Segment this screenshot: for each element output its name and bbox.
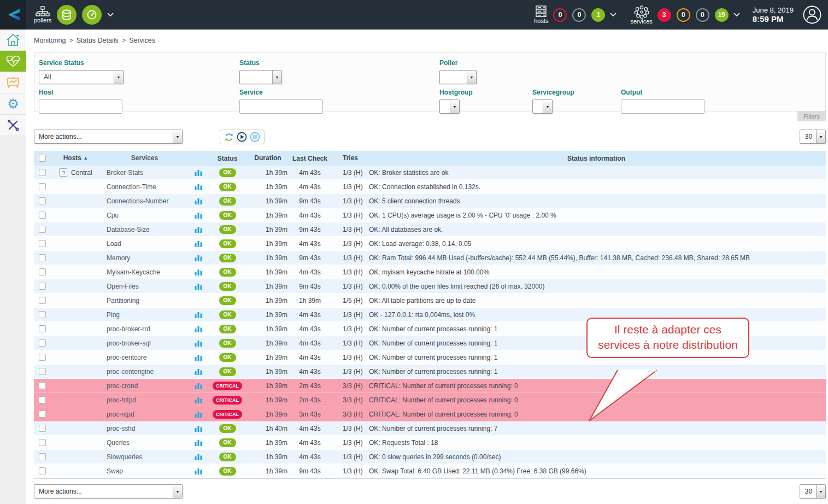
status-counter-badge[interactable]: 0 <box>696 8 709 22</box>
row-checkbox[interactable] <box>39 197 46 204</box>
status-badge[interactable]: CRITICAL <box>213 396 242 405</box>
row-checkbox[interactable] <box>39 467 46 474</box>
filters-tab-button[interactable]: Filters <box>797 111 826 121</box>
service-name-link[interactable]: Cpu <box>101 212 189 219</box>
row-checkbox[interactable] <box>39 354 46 361</box>
service-name-link[interactable]: proc-httpd <box>101 396 189 404</box>
performance-graph-icon[interactable] <box>195 453 202 460</box>
servicegroup-select[interactable]: ▼ <box>532 99 553 114</box>
status-counter-badge[interactable]: 1 <box>591 8 605 22</box>
host-name-link[interactable]: Central <box>71 169 92 177</box>
more-actions-select-bottom[interactable]: More actions...▼ <box>34 484 183 499</box>
user-avatar[interactable] <box>802 4 823 25</box>
poller-select[interactable]: ▼ <box>439 70 477 84</box>
status-badge[interactable]: OK <box>219 325 236 333</box>
performance-graph-icon[interactable] <box>195 268 202 276</box>
row-checkbox[interactable] <box>39 368 46 375</box>
host-status-icon[interactable] <box>59 168 67 177</box>
row-checkbox[interactable] <box>39 268 46 276</box>
row-checkbox[interactable] <box>39 453 46 460</box>
performance-graph-icon[interactable] <box>195 396 202 403</box>
play-icon[interactable] <box>237 132 247 142</box>
pollers-menu[interactable]: pollers <box>34 6 51 24</box>
gauge-status-button[interactable] <box>82 5 102 25</box>
row-checkbox[interactable] <box>39 212 46 219</box>
breadcrumb-monitoring[interactable]: Monitoring <box>34 37 66 44</box>
service-name-link[interactable]: Broker-Stats <box>101 169 189 177</box>
service-name-link[interactable]: Partitioning <box>101 297 189 304</box>
performance-graph-icon[interactable] <box>195 212 202 219</box>
status-badge[interactable]: OK <box>219 438 236 447</box>
service-input[interactable] <box>239 99 323 114</box>
pause-icon[interactable] <box>250 132 260 142</box>
status-badge[interactable]: OK <box>219 453 236 461</box>
status-badge[interactable]: OK <box>219 467 236 476</box>
database-status-button[interactable] <box>57 5 77 25</box>
performance-graph-icon[interactable] <box>195 169 202 176</box>
status-badge[interactable]: OK <box>219 296 236 305</box>
header-hosts[interactable]: Hosts∧ <box>50 151 101 166</box>
status-badge[interactable]: OK <box>219 239 236 248</box>
header-last-check[interactable]: Last Check <box>289 155 331 162</box>
row-checkbox[interactable] <box>39 382 46 389</box>
row-checkbox[interactable] <box>39 297 46 304</box>
status-badge[interactable]: CRITICAL <box>213 382 242 390</box>
row-checkbox[interactable] <box>39 183 46 190</box>
row-checkbox[interactable] <box>39 240 46 247</box>
service-name-link[interactable]: Database-Size <box>101 226 189 233</box>
service-name-link[interactable]: Swap <box>101 467 189 475</box>
centreon-logo[interactable] <box>0 0 26 30</box>
hosts-chevron-down-icon[interactable] <box>610 13 616 17</box>
status-badge[interactable]: OK <box>219 211 236 220</box>
sidebar-item-home[interactable] <box>0 30 26 51</box>
more-actions-select[interactable]: More actions...▼ <box>34 130 183 144</box>
performance-graph-icon[interactable] <box>195 411 202 418</box>
row-checkbox[interactable] <box>39 439 46 446</box>
status-counter-badge[interactable]: 0 <box>572 8 586 22</box>
services-menu[interactable]: services <box>630 5 652 25</box>
status-badge[interactable]: OK <box>219 353 236 362</box>
sidebar-item-reporting[interactable] <box>0 72 26 93</box>
performance-graph-icon[interactable] <box>195 382 202 389</box>
performance-graph-icon[interactable] <box>195 183 202 190</box>
performance-graph-icon[interactable] <box>195 354 202 361</box>
service-name-link[interactable]: Open-Files <box>101 283 189 290</box>
header-duration[interactable]: Duration <box>246 151 289 166</box>
status-badge[interactable]: OK <box>219 225 236 234</box>
sidebar-item-configuration[interactable]: ⚙ <box>0 93 26 115</box>
breadcrumb-status-details[interactable]: Status Details <box>77 37 119 44</box>
service-name-link[interactable]: proc-broker-rrd <box>101 325 189 333</box>
status-badge[interactable]: OK <box>219 424 236 433</box>
row-checkbox[interactable] <box>39 283 46 290</box>
status-badge[interactable]: OK <box>219 339 236 348</box>
page-size-select-bottom[interactable]: 30▼ <box>800 484 826 499</box>
services-chevron-down-icon[interactable] <box>733 13 740 17</box>
row-checkbox[interactable] <box>39 411 46 418</box>
row-checkbox[interactable] <box>39 396 46 403</box>
status-counter-badge[interactable]: 19 <box>715 8 729 22</box>
hostgroup-select[interactable]: ▼ <box>439 99 460 114</box>
performance-graph-icon[interactable] <box>195 226 202 233</box>
status-counter-badge[interactable]: 0 <box>677 8 690 22</box>
service-name-link[interactable]: proc-sshd <box>101 425 189 432</box>
status-badge[interactable]: OK <box>219 268 236 277</box>
service-status-select[interactable]: All▼ <box>39 70 124 84</box>
select-all-checkbox[interactable] <box>39 155 46 162</box>
refresh-icon[interactable] <box>224 132 234 142</box>
performance-graph-icon[interactable] <box>195 439 202 446</box>
row-checkbox[interactable] <box>39 254 46 261</box>
service-name-link[interactable]: proc-broker-sql <box>101 339 189 347</box>
service-name-link[interactable]: proc-centcore <box>101 354 189 361</box>
row-checkbox[interactable] <box>39 339 46 347</box>
status-select[interactable]: ▼ <box>239 70 282 84</box>
sidebar-item-monitoring[interactable] <box>0 51 26 72</box>
hosts-menu[interactable]: hosts <box>534 5 548 24</box>
status-badge[interactable]: OK <box>219 168 236 177</box>
service-name-link[interactable]: proc-ntpd <box>101 411 189 418</box>
host-input[interactable] <box>39 99 122 114</box>
page-size-select-top[interactable]: 30▼ <box>800 130 826 144</box>
status-badge[interactable]: OK <box>219 310 236 319</box>
service-name-link[interactable]: Myisam-Keycache <box>101 268 189 276</box>
performance-graph-icon[interactable] <box>195 254 202 261</box>
performance-graph-icon[interactable] <box>195 283 202 290</box>
